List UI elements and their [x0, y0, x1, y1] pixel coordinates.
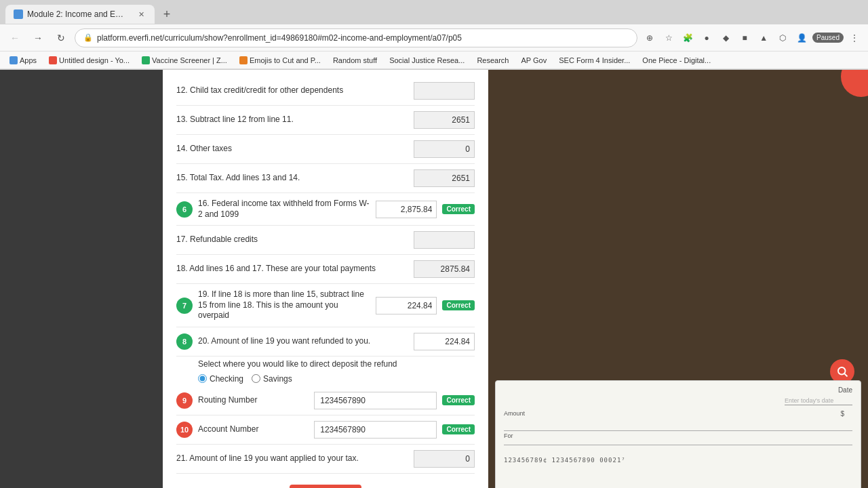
form-row-16: 6 16. Federal income tax withheld from F…	[176, 193, 475, 226]
row-12-input[interactable]	[414, 82, 475, 100]
checking-label: Checking	[210, 374, 243, 384]
untitled-icon	[49, 56, 57, 64]
row-21-label: 21. Amount of line 19 you want applied t…	[176, 453, 408, 464]
savings-radio-label[interactable]: Savings	[252, 374, 292, 384]
tab-close-button[interactable]: ✕	[136, 9, 146, 20]
row-19-number: 7	[176, 298, 193, 314]
forward-button[interactable]: →	[28, 28, 47, 47]
profile-icon[interactable]: 👤	[793, 30, 810, 46]
main-content: 12. Child tax credit/credit for other de…	[0, 70, 868, 488]
bookmark-apps[interactable]: Apps	[5, 55, 41, 66]
row-13-label: 13. Subtract line 12 from line 11.	[176, 115, 408, 125]
check-for-line	[504, 437, 852, 445]
row-12-label: 12. Child tax credit/credit for other de…	[176, 85, 408, 96]
addon5-icon[interactable]: ⬡	[774, 30, 791, 46]
row-15-label: 15. Total Tax. Add lines 13 and 14.	[176, 173, 408, 184]
left-panel	[0, 70, 163, 488]
check-date-label: Date	[838, 386, 852, 394]
check-content: Date Enter today's date Amount $ For 123…	[496, 381, 861, 469]
routing-label: Routing Number	[198, 395, 309, 406]
bookmark-research-label: Research	[477, 56, 509, 64]
form-row-21: 21. Amount of line 19 you want applied t…	[176, 445, 475, 474]
bookmark-sec-label: SEC Form 4 Insider...	[559, 56, 630, 64]
row-14-input[interactable]	[414, 140, 475, 158]
refresh-button[interactable]: ↻	[52, 28, 71, 47]
bookmark-vaccine[interactable]: Vaccine Screener | Z...	[138, 55, 231, 66]
row-19-label: 19. If line 18 is more than line 15, sub…	[198, 289, 370, 321]
form-container: 12. Child tax credit/credit for other de…	[163, 70, 488, 488]
row-16-number: 6	[176, 201, 193, 218]
deposit-label: Select where you would like to direct de…	[176, 357, 475, 371]
row-16-correct-badge: Correct	[442, 204, 475, 214]
routing-row: 9 Routing Number Correct	[176, 386, 475, 415]
form-row-12: 12. Child tax credit/credit for other de…	[176, 77, 475, 106]
cast-icon[interactable]: ⊕	[642, 30, 658, 46]
addon4-icon[interactable]: ▲	[755, 30, 772, 46]
radio-group: Checking Savings	[176, 371, 475, 386]
row-17-label: 17. Refundable credits	[176, 235, 408, 245]
row-16-input[interactable]	[376, 201, 437, 218]
routing-input[interactable]	[314, 392, 437, 409]
check-date-line: Enter today's date	[785, 394, 852, 405]
row-21-input[interactable]	[414, 450, 475, 468]
account-input[interactable]	[314, 421, 437, 439]
bookmark-onepiece[interactable]: One Piece - Digital...	[638, 55, 715, 66]
bookmark-emojis-label: Emojis to Cut and P...	[250, 56, 321, 64]
checking-radio[interactable]	[198, 374, 207, 383]
row-20-input[interactable]	[414, 333, 475, 350]
address-bar[interactable]: 🔒 platform.everfi.net/curriculum/show?en…	[75, 28, 637, 47]
row-17-input[interactable]	[414, 231, 475, 249]
star-icon[interactable]: ☆	[660, 30, 677, 46]
tab-favicon	[14, 9, 23, 19]
bookmark-social[interactable]: Social Justice Resea...	[385, 55, 469, 66]
bookmarks-bar: Apps Untitled design - Yo... Vaccine Scr…	[0, 52, 868, 69]
bookmark-random[interactable]: Random stuff	[329, 55, 381, 66]
svg-line-1	[844, 373, 847, 376]
row-14-label: 14. Other taxes	[176, 144, 408, 155]
form-row-17: 17. Refundable credits	[176, 226, 475, 255]
form-row-13: 13. Subtract line 12 from line 11.	[176, 106, 475, 135]
bookmark-social-label: Social Justice Resea...	[389, 56, 465, 64]
row-20-label: 20. Amount of line 19 you want refunded …	[198, 336, 408, 347]
tab-bar: Module 2: Income and Emp... ✕ +	[0, 0, 868, 24]
savings-label: Savings	[263, 374, 292, 384]
bookmark-research[interactable]: Research	[473, 55, 513, 66]
back-button[interactable]: ←	[5, 28, 24, 47]
menu-icon[interactable]: ⋮	[846, 30, 863, 46]
new-tab-button[interactable]: +	[157, 5, 176, 24]
check-pay-line	[504, 422, 852, 431]
row-18-input[interactable]	[414, 260, 475, 278]
extensions-icon[interactable]: 🧩	[679, 30, 696, 46]
check-amount-label: Amount	[504, 410, 525, 417]
row-15-input[interactable]	[414, 169, 475, 187]
url-text: platform.everfi.net/curriculum/show?enro…	[97, 33, 462, 43]
form-row-19: 7 19. If line 18 is more than line 15, s…	[176, 284, 475, 327]
addon3-icon[interactable]: ■	[736, 30, 753, 46]
row-18-label: 18. Add lines 16 and 17. These are your …	[176, 264, 408, 274]
vaccine-icon	[142, 56, 150, 64]
svg-point-0	[838, 367, 846, 375]
form-row-15: 15. Total Tax. Add lines 13 and 14.	[176, 164, 475, 193]
account-correct-badge: Correct	[442, 424, 475, 434]
bookmark-apgov[interactable]: AP Gov	[517, 55, 551, 66]
checking-radio-label[interactable]: Checking	[198, 374, 243, 384]
row-20-number: 8	[176, 333, 193, 350]
bookmark-emojis[interactable]: Emojis to Cut and P...	[235, 55, 325, 66]
addon2-icon[interactable]: ◆	[717, 30, 734, 46]
decorative-circle	[841, 70, 868, 97]
check-image: Date Enter today's date Amount $ For 123…	[495, 380, 861, 488]
row-16-label: 16. Federal income tax withheld from For…	[198, 199, 370, 220]
bookmark-untitled[interactable]: Untitled design - Yo...	[45, 55, 134, 66]
bookmark-apgov-label: AP Gov	[521, 56, 547, 64]
check-micr: 123456789¢ 1234567890 00021⁷	[504, 457, 852, 464]
next-button[interactable]: Next	[290, 485, 362, 488]
routing-correct-badge: Correct	[442, 395, 475, 405]
row-13-input[interactable]	[414, 111, 475, 129]
bookmark-sec[interactable]: SEC Form 4 Insider...	[555, 55, 634, 66]
row-19-input[interactable]	[376, 297, 437, 314]
row-19-correct-badge: Correct	[442, 300, 475, 310]
savings-radio[interactable]	[252, 374, 260, 383]
addon1-icon[interactable]: ●	[698, 30, 715, 46]
browser-tab[interactable]: Module 2: Income and Emp... ✕	[5, 5, 155, 24]
form-row-14: 14. Other taxes	[176, 135, 475, 164]
